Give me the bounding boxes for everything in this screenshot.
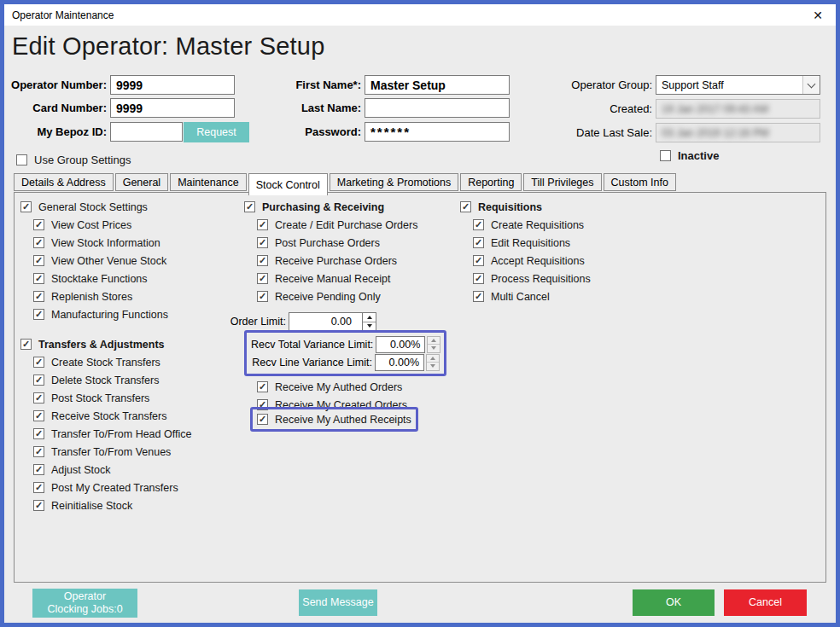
operator-group-select[interactable]: Support Staff (656, 75, 820, 95)
my-bepoz-id-input[interactable] (110, 122, 183, 142)
item-checkbox[interactable] (257, 219, 268, 230)
checkbox-row: Create Requisitions (473, 216, 591, 234)
receive-my-authed-receipts-label: Receive My Authed Receipts (268, 414, 411, 426)
item-label: Post Purchase Orders (268, 237, 380, 249)
spin-up-icon[interactable] (428, 337, 440, 345)
item-checkbox[interactable] (473, 291, 484, 302)
operator-number-field: Operator Number: 9999 (11, 75, 235, 95)
item-checkbox[interactable] (33, 410, 44, 421)
close-icon[interactable]: ✕ (808, 8, 828, 23)
item-label: Adjust Stock (44, 464, 110, 476)
item-label: Receive Purchase Orders (268, 255, 397, 267)
created-redacted-text: 19 Jan 2017 09:43 AM (662, 103, 768, 115)
tab[interactable]: General (115, 173, 168, 191)
item-checkbox[interactable] (257, 273, 268, 284)
checkbox-row: View Stock Information (33, 234, 191, 252)
use-group-settings-checkbox[interactable] (16, 154, 27, 165)
operator-group-label: Operator Group: (551, 78, 656, 91)
checkbox-row: Receive Purchase Orders (257, 252, 417, 270)
recv-line-variance-label: Recv Line Variance Limit: (251, 357, 375, 369)
item-checkbox[interactable] (33, 482, 44, 493)
item-checkbox[interactable] (33, 464, 44, 475)
item-checkbox[interactable] (33, 374, 44, 386)
operator-clocking-jobs-button[interactable]: Operator Clocking Jobs:0 (32, 589, 137, 618)
general-stock-settings-checkbox[interactable] (20, 201, 32, 212)
date-last-sale-value: 03 Jan 2019 12:16 PM (656, 123, 820, 142)
send-message-button[interactable]: Send Message (299, 589, 377, 616)
item-checkbox[interactable] (33, 500, 44, 511)
requisitions-checkbox[interactable] (460, 201, 471, 212)
transfers-adjustments-checkbox[interactable] (20, 339, 32, 350)
item-label: Manufacturing Functions (44, 309, 168, 321)
last-name-input[interactable] (365, 98, 510, 118)
spin-down-icon[interactable] (428, 345, 440, 352)
item-checkbox[interactable] (473, 219, 484, 230)
requisitions-header: Requisitions (460, 198, 591, 216)
ok-button[interactable]: OK (633, 589, 715, 616)
tab[interactable]: Till Privileges (523, 173, 601, 191)
receive-my-authed-receipts-highlight-box: Receive My Authed Receipts (250, 407, 418, 432)
spin-up-icon[interactable] (363, 313, 376, 322)
use-group-settings-row: Use Group Settings (16, 151, 131, 169)
item-label: Post My Created Transfers (44, 482, 178, 494)
password-field: Password: ****** (286, 122, 510, 142)
item-checkbox[interactable] (33, 357, 44, 368)
item-checkbox[interactable] (473, 273, 484, 284)
purchasing-receiving-checkbox[interactable] (244, 201, 255, 212)
recv-total-variance-input[interactable]: 0.00% (376, 336, 425, 353)
operator-number-input[interactable]: 9999 (110, 75, 235, 95)
checkbox-row: Receive Manual Receipt (257, 270, 417, 287)
item-checkbox[interactable] (33, 237, 44, 248)
recv-total-variance-spinner[interactable] (427, 336, 440, 353)
requisitions-label: Requisitions (471, 201, 542, 213)
item-checkbox[interactable] (473, 255, 484, 266)
receive-my-authed-orders-checkbox[interactable] (257, 381, 268, 392)
tab-label: Details & Address (21, 177, 106, 189)
operator-number-label: Operator Number: (11, 78, 110, 91)
tab[interactable]: Details & Address (14, 173, 114, 191)
tab[interactable]: Maintenance (170, 173, 247, 191)
tab[interactable]: Marketing & Promotions (330, 173, 458, 191)
item-checkbox[interactable] (33, 291, 44, 302)
tab-label: Till Privileges (531, 177, 593, 189)
spin-down-icon[interactable] (427, 363, 439, 370)
item-checkbox[interactable] (257, 291, 268, 302)
password-label: Password: (286, 125, 365, 138)
item-checkbox[interactable] (33, 309, 44, 320)
inactive-checkbox[interactable] (660, 150, 671, 161)
item-checkbox[interactable] (257, 255, 268, 266)
item-checkbox[interactable] (33, 273, 44, 284)
password-input[interactable]: ****** (365, 122, 510, 142)
item-checkbox[interactable] (33, 392, 44, 403)
item-checkbox[interactable] (33, 219, 44, 230)
date-last-sale-redacted-text: 03 Jan 2019 12:16 PM (662, 127, 769, 139)
item-checkbox[interactable] (33, 446, 44, 457)
order-limit-input[interactable]: 0.00 (289, 312, 363, 331)
checkbox-row: Create / Edit Purchase Orders (257, 216, 417, 234)
general-stock-settings-list: View Cost Prices View Stock Information … (20, 216, 191, 323)
item-label: View Stock Information (44, 237, 160, 249)
cancel-button[interactable]: Cancel (724, 589, 807, 616)
checkbox-row: View Cost Prices (33, 216, 191, 234)
card-number-input[interactable]: 9999 (110, 98, 235, 118)
spin-down-icon[interactable] (363, 322, 376, 331)
order-limit-spinner[interactable] (363, 312, 376, 331)
item-checkbox[interactable] (33, 428, 44, 439)
request-button[interactable]: Request (184, 122, 249, 142)
recv-line-variance-input[interactable]: 0.00% (375, 354, 424, 371)
item-checkbox[interactable] (473, 237, 484, 248)
item-checkbox[interactable] (33, 255, 44, 266)
item-checkbox[interactable] (257, 237, 268, 248)
spin-up-icon[interactable] (427, 355, 439, 363)
receive-my-authed-receipts-row: Receive My Authed Receipts (257, 410, 411, 428)
first-name-field: First Name*: Master Setup (286, 75, 510, 95)
receive-my-authed-receipts-checkbox[interactable] (257, 414, 268, 425)
tab[interactable]: Custom Info (604, 173, 676, 191)
order-limit-row: Order Limit: 0.00 (235, 312, 376, 331)
first-name-input[interactable]: Master Setup (365, 75, 510, 95)
recv-line-variance-spinner[interactable] (426, 354, 440, 371)
checkbox-row: Manufacturing Functions (33, 305, 191, 323)
tab[interactable]: Stock Control (248, 173, 328, 195)
general-stock-settings-label: General Stock Settings (32, 201, 148, 213)
tab[interactable]: Reporting (460, 173, 522, 191)
